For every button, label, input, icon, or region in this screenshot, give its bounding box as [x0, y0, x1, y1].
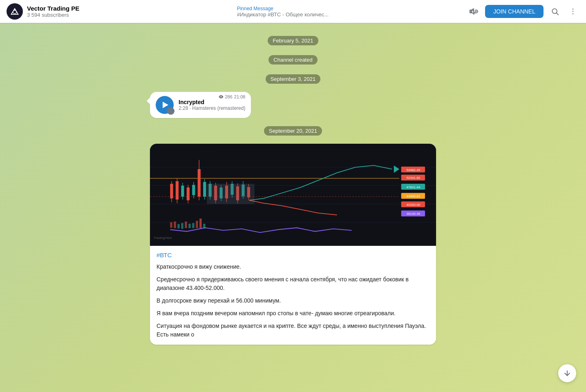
message-time: 21:08	[234, 94, 246, 99]
audio-message: Incrypted 2:28 · Hamsteres (remastered) …	[150, 92, 251, 118]
channel-info: Vector Trading PE 3 594 subscribers	[27, 5, 79, 18]
svg-text:40200.00: 40200.00	[407, 203, 420, 207]
views-icon	[219, 94, 224, 99]
chart-image: 54982.45 52341.80 47821.44 43440.81 4020…	[150, 144, 436, 246]
pinned-label: Pinned Message	[237, 6, 273, 11]
svg-rect-55	[174, 222, 176, 228]
svg-rect-56	[177, 224, 179, 229]
date-label-sep20: September 20, 2021	[264, 126, 322, 136]
chart-message: 54982.45 52341.80 47821.44 43440.81 4020…	[150, 144, 436, 345]
channel-created-label: Channel created	[268, 55, 317, 65]
channel-name: Vector Trading PE	[27, 5, 79, 12]
chart-svg: 54982.45 52341.80 47821.44 43440.81 4020…	[150, 144, 436, 246]
header: Vector Trading PE 3 594 subscribers Pinn…	[0, 0, 586, 23]
more-options-icon[interactable]	[566, 5, 579, 18]
audio-info: Incrypted 2:28 · Hamsteres (remastered)	[179, 99, 245, 111]
svg-text:43440.81: 43440.81	[407, 194, 420, 198]
svg-text:TradingView: TradingView	[154, 236, 172, 240]
play-icon	[163, 102, 168, 108]
header-actions: JOIN CHANNEL	[467, 5, 579, 18]
date-divider-feb: February 5, 2021	[268, 36, 318, 45]
audio-title: Incrypted	[179, 99, 245, 105]
mute-icon[interactable]	[467, 5, 480, 18]
svg-rect-59	[188, 224, 190, 228]
audio-subtitle: 2:28 · Hamsteres (remastered)	[179, 105, 245, 111]
chart-text-content: #ВТС Краткосрочно я вижу снижение. Средн…	[150, 246, 436, 345]
download-icon	[167, 107, 174, 115]
chart-para-3: В долгосроке вижу перехай и 56.000 миним…	[157, 296, 429, 305]
messages-container: February 5, 2021 Channel created Septemb…	[0, 31, 586, 348]
svg-rect-54	[170, 222, 172, 227]
search-icon[interactable]	[548, 5, 561, 18]
svg-point-13	[573, 13, 574, 15]
audio-message-wrapper: Incrypted 2:28 · Hamsteres (remastered) …	[150, 92, 436, 118]
svg-point-14	[220, 96, 221, 98]
join-channel-button[interactable]: JOIN CHANNEL	[485, 5, 544, 18]
svg-point-2	[13, 10, 16, 13]
view-count: 286	[225, 94, 233, 99]
date-label-feb: February 5, 2021	[268, 36, 318, 45]
down-arrow-icon	[563, 369, 571, 377]
pinned-message-text: #Индикатор #ВТС - Общее количес...	[237, 11, 329, 18]
chart-message-wrapper: 54982.45 52341.80 47821.44 43440.81 4020…	[150, 144, 436, 345]
date-divider-sep3: September 3, 2021	[266, 74, 321, 84]
svg-rect-52	[207, 184, 255, 204]
audio-message-meta: 286 21:08	[219, 94, 246, 99]
avatar[interactable]	[7, 3, 23, 20]
svg-rect-63	[203, 224, 205, 229]
channel-created-notice: Channel created	[268, 55, 317, 65]
svg-rect-57	[181, 223, 183, 229]
channel-info-section: Vector Trading PE 3 594 subscribers	[7, 3, 229, 20]
svg-point-11	[573, 9, 574, 10]
svg-line-10	[557, 13, 559, 15]
channel-subscribers: 3 594 subscribers	[27, 12, 79, 18]
chart-para-2: Среднесрочно я придерживаюсь своего мнен…	[157, 275, 429, 292]
play-button[interactable]	[156, 96, 174, 114]
svg-text:54982.45: 54982.45	[407, 168, 420, 172]
svg-text:47821.44: 47821.44	[407, 185, 420, 189]
svg-rect-58	[185, 222, 187, 228]
chart-para-5: Ситуация на фондовом рынке аукается и на…	[157, 322, 429, 339]
date-divider-sep20: September 20, 2021	[264, 126, 322, 136]
svg-rect-61	[196, 221, 198, 228]
date-label-sep3: September 3, 2021	[266, 74, 321, 84]
chart-para-1: Краткосрочно я вижу снижение.	[157, 263, 429, 271]
pinned-message-section[interactable]: Pinned Message #Индикатор #ВТС - Общее к…	[229, 6, 467, 18]
svg-text:38140.46: 38140.46	[407, 212, 420, 216]
scroll-to-bottom-button[interactable]	[558, 364, 576, 382]
chart-body-text: Краткосрочно я вижу снижение. Среднесроч…	[157, 263, 429, 339]
chat-area: February 5, 2021 Channel created Septemb…	[0, 23, 586, 392]
svg-rect-62	[199, 218, 201, 228]
chart-hashtag: #ВТС	[157, 252, 429, 258]
svg-point-12	[573, 11, 574, 12]
svg-text:52341.80: 52341.80	[407, 176, 420, 180]
chart-para-4: Я вам вчера поздним вечером напомнил про…	[157, 309, 429, 318]
svg-rect-60	[192, 223, 194, 228]
